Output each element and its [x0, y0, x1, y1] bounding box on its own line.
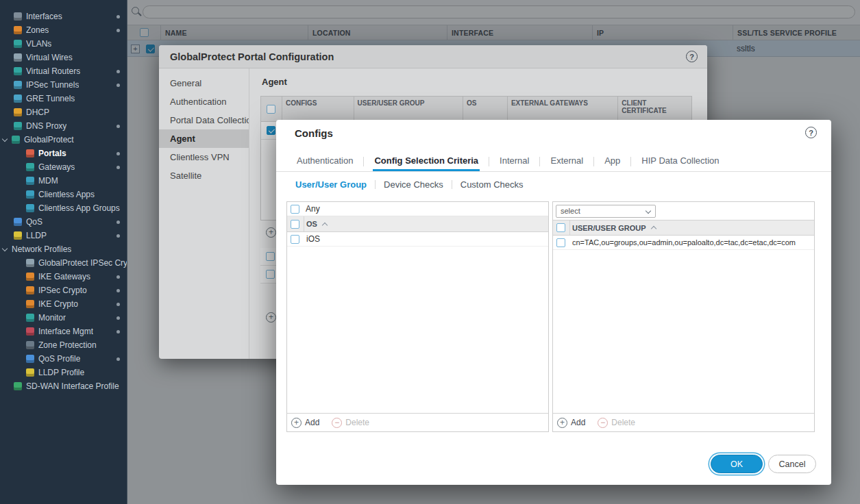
any-row[interactable]: Any — [287, 202, 548, 216]
status-dot — [116, 166, 120, 169]
sidebar-item-globalprotect[interactable]: GlobalProtect — [0, 133, 127, 147]
sidebar-item-vlans[interactable]: VLANs — [0, 37, 127, 51]
sidebar-item-portals[interactable]: Portals — [0, 147, 127, 160]
ike-crypto-icon — [26, 300, 34, 308]
sidebar-item-gre-tunnels[interactable]: GRE Tunnels — [0, 92, 127, 105]
sidebar-item-clientless-app-groups[interactable]: Clientless App Groups — [0, 201, 127, 215]
gateways-icon — [26, 163, 34, 171]
tab-app[interactable]: App — [603, 151, 622, 171]
sidebar-item-ipsec-crypto[interactable]: IPSec Crypto — [0, 284, 127, 297]
sidebar-item-virtual-wires[interactable]: Virtual Wires — [0, 51, 127, 64]
sidebar-item-ike-gateways[interactable]: IKE Gateways — [0, 270, 127, 284]
help-icon[interactable]: ? — [805, 127, 817, 138]
sidebar-item-ipsec-tunnels[interactable]: IPSec Tunnels — [0, 78, 127, 92]
sidebar-item-dns-proxy[interactable]: DNS Proxy — [0, 119, 127, 133]
sidebar-item-qos[interactable]: QoS — [0, 215, 127, 229]
sidebar-tree: InterfacesZonesVLANsVirtual WiresVirtual… — [0, 10, 127, 393]
os-column-header[interactable]: OS — [306, 220, 317, 228]
sidebar-item-label: LLDP — [26, 231, 47, 240]
zone-protection-icon — [26, 341, 34, 349]
os-row-checkbox[interactable] — [291, 235, 299, 244]
os-delete-button[interactable]: Delete — [332, 418, 369, 428]
tab-external[interactable]: External — [549, 151, 585, 171]
ipsec-tunnels-icon — [14, 81, 22, 89]
cancel-button[interactable]: Cancel — [768, 455, 816, 473]
chevron-down-icon[interactable] — [2, 136, 8, 141]
sidebar-item-globalprotect-ipsec-crypto[interactable]: GlobalProtect IPSec Crypto — [0, 256, 127, 270]
subtab-device-checks[interactable]: Device Checks — [384, 179, 443, 190]
sidebar-item-label: Gateways — [38, 162, 75, 172]
add-icon — [557, 418, 567, 428]
sidebar-item-interface-mgmt[interactable]: Interface Mgmt — [0, 325, 127, 338]
status-dot — [116, 357, 120, 361]
sort-ascending-icon[interactable] — [322, 222, 328, 227]
sidebar-item-label: Monitor — [38, 313, 66, 323]
qos-icon — [14, 218, 22, 226]
sidebar-item-label: Virtual Routers — [26, 66, 80, 76]
os-row-ios[interactable]: iOS — [287, 232, 548, 247]
user-group-delete-button[interactable]: Delete — [598, 418, 635, 428]
sidebar-item-ike-crypto[interactable]: IKE Crypto — [0, 297, 127, 311]
sidebar-item-label: MDM — [38, 176, 58, 186]
sidebar-item-lldp-profile[interactable]: LLDP Profile — [0, 366, 127, 379]
tab-hip-data-collection[interactable]: HIP Data Collection — [640, 151, 720, 171]
status-dot — [116, 303, 120, 306]
user-group-select-dropdown[interactable]: select — [556, 205, 656, 218]
status-dot — [116, 330, 120, 333]
ok-button[interactable]: OK — [711, 455, 763, 473]
sidebar-item-sd-wan-interface-profile[interactable]: SD-WAN Interface Profile — [0, 379, 127, 393]
any-checkbox[interactable] — [291, 205, 299, 214]
tab-separator — [363, 157, 364, 166]
subtab-user-user-group[interactable]: User/User Group — [295, 179, 367, 190]
os-select-all-checkbox[interactable] — [291, 220, 299, 229]
configs-tabs: Authentication Config Selection Criteria… — [276, 151, 831, 172]
os-table-header: OS — [287, 216, 548, 232]
add-icon — [291, 418, 302, 428]
chevron-down-icon[interactable] — [2, 245, 8, 251]
status-dot — [116, 220, 120, 224]
sidebar-item-label: SD-WAN Interface Profile — [26, 381, 119, 391]
sort-ascending-icon[interactable] — [650, 226, 656, 231]
sidebar-item-interfaces[interactable]: Interfaces — [0, 10, 127, 23]
add-label: Add — [571, 418, 585, 427]
ipsec-crypto-icon — [26, 286, 34, 294]
virtual-wires-icon — [14, 53, 22, 62]
user-group-table-header: USER/USER GROUP — [553, 220, 814, 236]
sidebar-item-label: Virtual Wires — [26, 53, 73, 62]
sidebar-item-zone-protection[interactable]: Zone Protection — [0, 338, 127, 352]
subtab-custom-checks[interactable]: Custom Checks — [460, 179, 524, 190]
column-divider — [304, 216, 304, 231]
sidebar-item-label: Clientless Apps — [38, 190, 95, 199]
sidebar-item-clientless-apps[interactable]: Clientless Apps — [0, 188, 127, 201]
user-group-add-button[interactable]: Add — [557, 418, 585, 428]
sidebar-item-label: Clientless App Groups — [38, 203, 120, 213]
user-group-row[interactable]: cn=TAC,ou=groups,ou=admin,ou=paloalto,dc… — [553, 236, 814, 250]
ike-gateways-icon — [26, 273, 34, 281]
user-group-panel: select USER/USER GROUP cn=TAC,ou=groups,… — [552, 201, 815, 432]
sdwan-interface-profile-icon — [14, 382, 22, 390]
clientless-app-groups-icon — [26, 204, 34, 212]
tab-internal[interactable]: Internal — [498, 151, 530, 171]
sidebar-item-virtual-routers[interactable]: Virtual Routers — [0, 64, 127, 78]
os-add-button[interactable]: Add — [291, 418, 319, 428]
tab-authentication[interactable]: Authentication — [295, 151, 354, 171]
os-panel-footer: Add Delete — [287, 413, 548, 431]
monitor-icon — [26, 314, 34, 322]
tab-config-selection-criteria[interactable]: Config Selection Criteria — [373, 151, 480, 171]
sidebar-item-lldp[interactable]: LLDP — [0, 229, 127, 242]
clientless-apps-icon — [26, 190, 34, 199]
lldp-icon — [14, 231, 22, 240]
sidebar-item-network-profiles[interactable]: Network Profiles — [0, 242, 127, 256]
sidebar-item-mdm[interactable]: MDM — [0, 174, 127, 188]
sidebar-item-zones[interactable]: Zones — [0, 23, 127, 37]
sidebar-item-dhcp[interactable]: DHCP — [0, 105, 127, 119]
interfaces-icon — [14, 12, 22, 21]
user-group-row-checkbox[interactable] — [556, 238, 565, 247]
sidebar-item-label: QoS — [26, 217, 42, 227]
user-group-select-all-checkbox[interactable] — [556, 223, 565, 232]
sidebar-item-label: GlobalProtect IPSec Crypto — [38, 258, 127, 268]
sidebar-item-gateways[interactable]: Gateways — [0, 160, 127, 174]
user-group-column-header[interactable]: USER/USER GROUP — [572, 224, 646, 232]
sidebar-item-monitor[interactable]: Monitor — [0, 311, 127, 325]
sidebar-item-qos-profile[interactable]: QoS Profile — [0, 352, 127, 366]
